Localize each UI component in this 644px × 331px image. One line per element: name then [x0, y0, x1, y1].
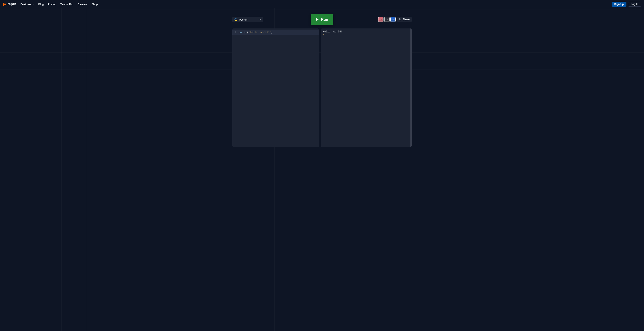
- avatar[interactable]: [378, 17, 384, 22]
- code-line: 1 print('Hello, world!'): [232, 30, 319, 35]
- code-content[interactable]: print('Hello, world!'): [238, 31, 272, 34]
- nav-pricing[interactable]: Pricing: [48, 3, 56, 6]
- nav: Features Blog Pricing Teams Pro Careers …: [20, 3, 98, 6]
- svg-point-3: [399, 19, 400, 19]
- nav-features-label: Features: [20, 3, 31, 6]
- nav-teams-pro[interactable]: Teams Pro: [60, 3, 74, 6]
- logo[interactable]: replit: [3, 2, 16, 6]
- run-button[interactable]: Run: [311, 14, 333, 25]
- logo-text: replit: [8, 2, 16, 6]
- nav-features[interactable]: Features: [20, 3, 34, 6]
- console[interactable]: Hello, world! >: [321, 29, 412, 147]
- nav-careers[interactable]: Careers: [78, 3, 87, 6]
- scrollbar[interactable]: [410, 29, 412, 147]
- workspace: Python ▾ Run: [0, 8, 644, 331]
- console-prompt: >: [323, 34, 324, 37]
- signup-button[interactable]: Sign Up: [612, 2, 626, 7]
- header-right: Sign Up Log In: [612, 2, 641, 7]
- avatar[interactable]: [384, 17, 390, 22]
- nav-shop[interactable]: Shop: [91, 3, 98, 6]
- header: replit Features Blog Pricing Teams Pro C…: [0, 0, 644, 8]
- python-icon: [234, 18, 237, 21]
- share-group: Share: [378, 17, 412, 22]
- play-icon: [316, 18, 319, 21]
- language-selector[interactable]: Python ▾: [232, 17, 263, 22]
- run-label: Run: [321, 17, 328, 22]
- avatar[interactable]: [390, 17, 396, 22]
- editor-toolbar: Python ▾ Run: [232, 17, 412, 25]
- code-editor[interactable]: 1 print('Hello, world!'): [232, 29, 319, 147]
- share-label: Share: [403, 18, 410, 21]
- header-left: replit Features Blog Pricing Teams Pro C…: [3, 2, 98, 6]
- chevron-down-icon: [32, 3, 34, 6]
- login-button[interactable]: Log In: [628, 2, 641, 7]
- svg-rect-1: [4, 4, 6, 5]
- svg-rect-2: [3, 5, 4, 6]
- language-label: Python: [239, 18, 247, 21]
- nav-blog[interactable]: Blog: [38, 3, 44, 6]
- line-number: 1: [232, 31, 238, 34]
- user-plus-icon: [399, 18, 402, 21]
- panes: 1 print('Hello, world!') Hello, world! >: [232, 29, 412, 147]
- svg-rect-0: [3, 3, 4, 4]
- caret-down-icon: ▾: [260, 19, 261, 21]
- avatar-stack: [378, 17, 396, 22]
- console-output: Hello, world!: [323, 30, 408, 34]
- logo-icon: [3, 3, 6, 6]
- share-button[interactable]: Share: [397, 17, 412, 22]
